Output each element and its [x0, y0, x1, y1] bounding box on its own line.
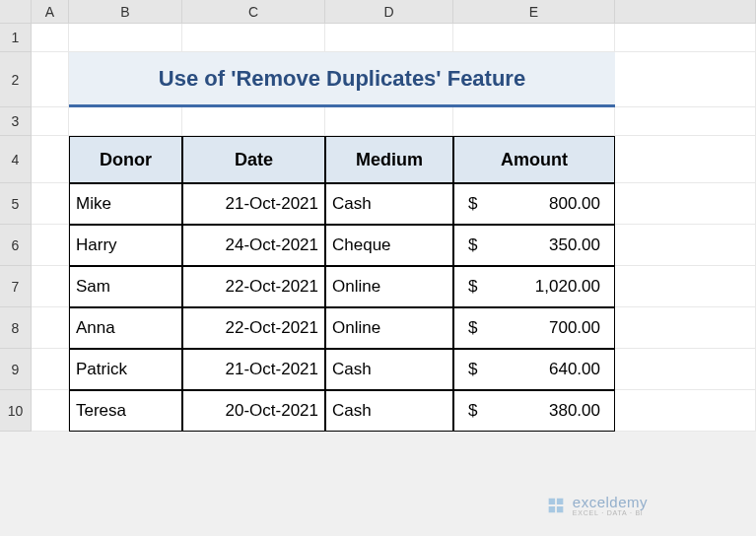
cell-f7[interactable]: [615, 266, 756, 307]
col-header-c[interactable]: C: [182, 0, 325, 24]
table-cell-medium[interactable]: Online: [325, 307, 453, 349]
table-cell-medium[interactable]: Cash: [325, 390, 453, 432]
header-date[interactable]: Date: [182, 136, 325, 183]
cell-e1[interactable]: [453, 24, 615, 52]
currency-symbol: $: [468, 194, 477, 214]
cell-f10[interactable]: [615, 390, 756, 432]
cell-a5[interactable]: [32, 183, 69, 225]
currency-symbol: $: [468, 401, 477, 421]
table-cell-donor[interactable]: Mike: [69, 183, 182, 225]
amount-value: 1,020.00: [535, 277, 600, 297]
row-header-1[interactable]: 1: [0, 24, 32, 52]
amount-value: 800.00: [549, 194, 600, 214]
cell-a10[interactable]: [32, 390, 69, 432]
cell-b3[interactable]: [69, 107, 182, 136]
select-all-corner[interactable]: [0, 0, 32, 24]
cell-e3[interactable]: [453, 107, 615, 136]
table-cell-donor[interactable]: Anna: [69, 307, 182, 349]
currency-symbol: $: [468, 235, 477, 255]
table-cell-amount[interactable]: $700.00: [453, 307, 615, 349]
amount-value: 640.00: [549, 360, 600, 379]
row-header-3[interactable]: 3: [0, 107, 32, 136]
table-cell-donor[interactable]: Sam: [69, 266, 182, 307]
table-cell-medium[interactable]: Cash: [325, 183, 453, 225]
cell-a6[interactable]: [32, 225, 69, 266]
table-cell-medium[interactable]: Cash: [325, 349, 453, 390]
cell-f1[interactable]: [615, 24, 756, 52]
col-header-a[interactable]: A: [32, 0, 69, 24]
cell-c3[interactable]: [182, 107, 325, 136]
watermark-sub: EXCEL · DATA · BI: [573, 509, 648, 516]
table-cell-date[interactable]: 24-Oct-2021: [182, 225, 325, 266]
row-header-2[interactable]: 2: [0, 52, 32, 107]
cell-a2[interactable]: [32, 52, 69, 107]
cell-f4[interactable]: [615, 136, 756, 183]
row-header-7[interactable]: 7: [0, 266, 32, 307]
page-title[interactable]: Use of 'Remove Duplicates' Feature: [69, 52, 615, 107]
table-cell-medium[interactable]: Online: [325, 266, 453, 307]
exceldemy-logo-icon: [545, 495, 567, 516]
col-header-e[interactable]: E: [453, 0, 615, 24]
cell-d3[interactable]: [325, 107, 453, 136]
table-cell-donor[interactable]: Patrick: [69, 349, 182, 390]
amount-value: 380.00: [549, 401, 600, 421]
table-cell-amount[interactable]: $1,020.00: [453, 266, 615, 307]
watermark: exceldemy EXCEL · DATA · BI: [545, 495, 648, 516]
row-header-4[interactable]: 4: [0, 136, 32, 183]
header-medium[interactable]: Medium: [325, 136, 453, 183]
table-cell-date[interactable]: 21-Oct-2021: [182, 183, 325, 225]
cell-a3[interactable]: [32, 107, 69, 136]
table-cell-date[interactable]: 21-Oct-2021: [182, 349, 325, 390]
cell-c1[interactable]: [182, 24, 325, 52]
table-cell-amount[interactable]: $380.00: [453, 390, 615, 432]
amount-value: 700.00: [549, 318, 600, 338]
col-header-blank[interactable]: [615, 0, 756, 24]
amount-value: 350.00: [549, 235, 600, 255]
table-cell-amount[interactable]: $350.00: [453, 225, 615, 266]
table-cell-medium[interactable]: Cheque: [325, 225, 453, 266]
currency-symbol: $: [468, 360, 477, 379]
table-cell-date[interactable]: 20-Oct-2021: [182, 390, 325, 432]
cell-a8[interactable]: [32, 307, 69, 349]
table-cell-amount[interactable]: $640.00: [453, 349, 615, 390]
cell-f3[interactable]: [615, 107, 756, 136]
table-cell-donor[interactable]: Harry: [69, 225, 182, 266]
cell-f5[interactable]: [615, 183, 756, 225]
row-header-5[interactable]: 5: [0, 183, 32, 225]
header-donor[interactable]: Donor: [69, 136, 182, 183]
row-header-10[interactable]: 10: [0, 390, 32, 432]
cell-d1[interactable]: [325, 24, 453, 52]
col-header-d[interactable]: D: [325, 0, 453, 24]
table-cell-amount[interactable]: $800.00: [453, 183, 615, 225]
cell-f8[interactable]: [615, 307, 756, 349]
table-cell-date[interactable]: 22-Oct-2021: [182, 266, 325, 307]
row-header-9[interactable]: 9: [0, 349, 32, 390]
table-cell-date[interactable]: 22-Oct-2021: [182, 307, 325, 349]
cell-f6[interactable]: [615, 225, 756, 266]
cell-f2[interactable]: [615, 52, 756, 107]
row-header-6[interactable]: 6: [0, 225, 32, 266]
col-header-b[interactable]: B: [69, 0, 182, 24]
spreadsheet-grid: A B C D E 1 2 Use of 'Remove Duplicates'…: [0, 0, 756, 432]
currency-symbol: $: [468, 318, 477, 338]
header-amount[interactable]: Amount: [453, 136, 615, 183]
cell-a4[interactable]: [32, 136, 69, 183]
row-header-8[interactable]: 8: [0, 307, 32, 349]
watermark-brand: exceldemy: [573, 495, 648, 509]
cell-a7[interactable]: [32, 266, 69, 307]
cell-a9[interactable]: [32, 349, 69, 390]
cell-a1[interactable]: [32, 24, 69, 52]
table-cell-donor[interactable]: Teresa: [69, 390, 182, 432]
currency-symbol: $: [468, 277, 477, 297]
cell-f9[interactable]: [615, 349, 756, 390]
cell-b1[interactable]: [69, 24, 182, 52]
